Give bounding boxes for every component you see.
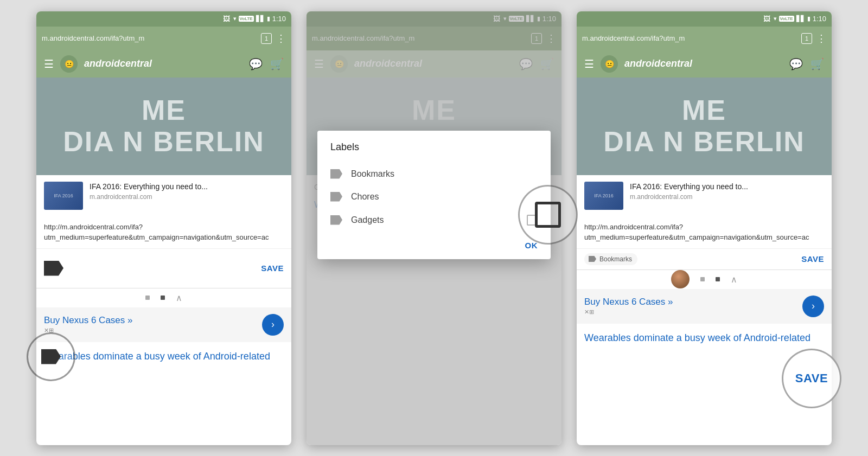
wifi-icon-3: ▾	[774, 15, 777, 22]
ad-close-icon-3[interactable]: ✕⊞	[584, 309, 594, 316]
thumbnail-icon-3: 🖼	[763, 15, 770, 23]
article-domain-3: m.androidcentral.com	[630, 193, 824, 201]
hero-area-3: MEDIA N BERLIN	[577, 78, 832, 175]
phone-frame-1: 🖼 ▾ VoLTE ▋▋ ▮ 1:10 m.androidcentral.com…	[36, 11, 291, 445]
article-title-3: IFA 2016: Everything you need to...	[630, 182, 824, 191]
hero-text: MEDIA N BERLIN	[63, 95, 265, 157]
modal-label-bookmarks: Bookmarks	[351, 169, 538, 179]
page-wrapper: 🖼 ▾ VoLTE ▋▋ ▮ 1:10 m.androidcentral.com…	[0, 1, 868, 456]
tag-icon-gadgets	[330, 215, 342, 225]
bookmarks-tag[interactable]: Bookmarks	[584, 253, 637, 265]
ad-arrow-button-3[interactable]: ›	[802, 296, 824, 317]
status-icons-3: ▾ VoLTE ▋▋ ▮ 1:10	[774, 15, 826, 23]
ad-bar-3: Buy Nexus 6 Cases » ✕⊞ ›	[577, 289, 832, 324]
signal-bars-icon: ▋▋	[256, 15, 265, 22]
labels-modal: Labels Bookmarks Chores Gadgets OK	[317, 131, 551, 259]
article-card-1[interactable]: IFA 2016 IFA 2016: Everything you need t…	[36, 175, 291, 216]
article-info-1: IFA 2016: Everything you need to... m.an…	[90, 182, 284, 201]
save-button-1[interactable]: SAVE	[261, 264, 284, 273]
site-header-1: ☰ 😐 androidcentral 💬 🛒	[36, 50, 291, 78]
phone-1-wrapper: 🖼 ▾ VoLTE ▋▋ ▮ 1:10 m.androidcentral.com…	[36, 11, 291, 445]
site-header-icons-3: 💬 🛒	[789, 57, 824, 70]
hamburger-icon-3[interactable]: ☰	[584, 57, 594, 70]
nav-bar-1: ∧	[36, 288, 291, 307]
status-time: 1:10	[272, 15, 286, 23]
avatar-small: 😐	[60, 55, 78, 73]
modal-label-gadgets: Gadgets	[351, 215, 518, 225]
hero-area-1: MEDIA N BERLIN	[36, 78, 291, 175]
nav-dot-3a	[700, 277, 705, 281]
tag-label-icon[interactable]	[44, 261, 63, 276]
modal-item-bookmarks[interactable]: Bookmarks	[330, 163, 538, 185]
volte-badge-3: VoLTE	[779, 16, 794, 22]
ad-content-3: Buy Nexus 6 Cases » ✕⊞	[584, 297, 673, 316]
phone-2-wrapper: 🖼 ▾ VoLTE ▋▋ ▮ 1:10 m.androidcentral.com…	[307, 11, 561, 445]
hero-text-3: MEDIA N BERLIN	[603, 95, 805, 157]
modal-item-chores[interactable]: Chores	[330, 185, 538, 208]
url-display: m.androidcentral.com/ifa?utm_m	[42, 34, 257, 42]
article-domain-1: m.androidcentral.com	[90, 193, 284, 201]
nav-dot-1	[145, 296, 150, 300]
tag-icon-bookmarks	[330, 169, 342, 179]
nav-dot-3b	[716, 277, 720, 281]
ad-arrow-button-1[interactable]: ›	[262, 314, 284, 336]
save-circle-highlight: SAVE	[782, 349, 841, 408]
tag-circle-highlight	[27, 332, 75, 381]
url-area-1: http://m.androidcentral.com/ifa?utm_medi…	[36, 216, 291, 248]
url-text-1: http://m.androidcentral.com/ifa?utm_medi…	[44, 222, 284, 243]
modal-title: Labels	[330, 142, 538, 153]
bookmarks-tag-label: Bookmarks	[599, 255, 632, 263]
article-title-1: IFA 2016: Everything you need to...	[90, 182, 284, 191]
nav-bar-3: ∧	[577, 269, 832, 289]
thumb-label: IFA 2016	[52, 191, 75, 201]
url-area-3: http://m.androidcentral.com/ifa?utm_medi…	[577, 216, 832, 248]
article-card-3[interactable]: IFA 2016 IFA 2016: Everything you need t…	[577, 175, 832, 216]
article-info-3: IFA 2016: Everything you need to... m.an…	[630, 182, 824, 201]
tab-count-badge-3[interactable]: 1	[801, 33, 812, 44]
status-bar-1: 🖼 ▾ VoLTE ▋▋ ▮ 1:10	[36, 11, 291, 27]
tab-count-badge[interactable]: 1	[261, 33, 272, 44]
cart-icon[interactable]: 🛒	[270, 57, 284, 70]
cart-icon-3[interactable]: 🛒	[810, 57, 824, 70]
wifi-icon: ▾	[233, 15, 237, 22]
nav-chevron-icon-3[interactable]: ∧	[731, 274, 737, 285]
tag-large-icon	[41, 349, 61, 364]
tag-icon-chores	[330, 192, 342, 202]
panel-toolbar-3: Bookmarks SAVE	[577, 248, 832, 269]
hamburger-icon[interactable]: ☰	[44, 57, 54, 70]
site-header-3: ☰ 😐 androidcentral 💬 🛒	[577, 50, 832, 78]
url-text-3: http://m.androidcentral.com/ifa?utm_medi…	[584, 222, 824, 243]
more-options-button-3[interactable]: ⋮	[816, 33, 826, 44]
phone-3-wrapper: 🖼 ▾ VoLTE ▋▋ ▮ 1:10 m.androidcentral.com…	[577, 11, 832, 445]
save-button-3[interactable]: SAVE	[801, 254, 824, 264]
site-header-icons: 💬 🛒	[249, 57, 284, 70]
chat-icon[interactable]: 💬	[249, 57, 263, 70]
status-time-3: 1:10	[813, 15, 826, 23]
article-thumbnail-3: IFA 2016	[584, 182, 623, 210]
site-logo: androidcentral	[84, 58, 242, 69]
modal-label-chores: Chores	[351, 192, 538, 202]
modal-item-gadgets[interactable]: Gadgets	[330, 208, 538, 232]
chat-icon-3[interactable]: 💬	[789, 57, 803, 70]
battery-icon-3: ▮	[807, 15, 810, 22]
address-bar-3: m.androidcentral.com/ifa?utm_m 1 ⋮	[577, 27, 832, 50]
avatar-small-3: 😐	[601, 55, 618, 73]
site-logo-3: androidcentral	[624, 58, 783, 69]
article-thumbnail-1: IFA 2016	[44, 182, 83, 210]
bookmarks-tag-icon	[589, 256, 596, 262]
square-icon-circle	[518, 185, 578, 245]
panel-toolbar-1: SAVE	[36, 248, 291, 288]
more-options-button[interactable]: ⋮	[276, 33, 286, 44]
nav-chevron-icon[interactable]: ∧	[176, 293, 182, 303]
nav-dot-2	[161, 296, 165, 300]
ad-text-3[interactable]: Buy Nexus 6 Cases »	[584, 297, 673, 307]
thumb-label-3: IFA 2016	[592, 191, 616, 201]
ad-icons-3: ✕⊞	[584, 309, 673, 316]
ad-bar-1: Buy Nexus 6 Cases » ✕⊞ ›	[36, 307, 291, 342]
save-circle-text: SAVE	[795, 371, 828, 386]
url-display-3: m.androidcentral.com/ifa?utm_m	[582, 34, 797, 42]
status-icons-1: ▾ VoLTE ▋▋ ▮ 1:10	[233, 15, 286, 23]
ad-text-1[interactable]: Buy Nexus 6 Cases »	[44, 315, 132, 326]
modal-ok-area: OK	[330, 241, 538, 251]
thumbnail-icon-1: 🖼	[223, 15, 230, 23]
